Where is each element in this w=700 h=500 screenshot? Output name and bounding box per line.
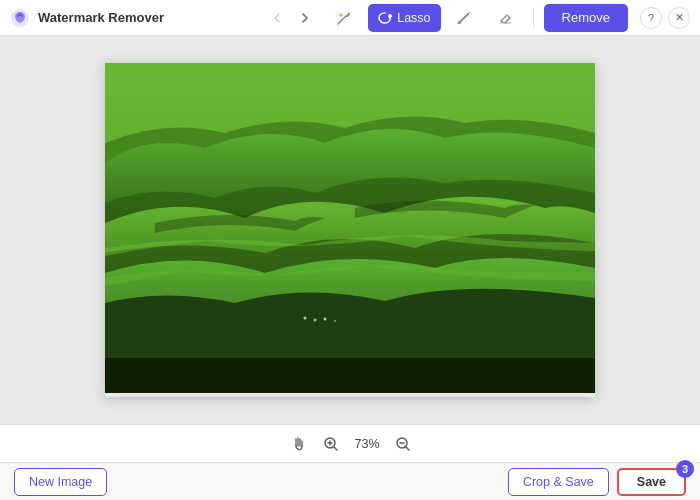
svg-rect-5 — [105, 358, 595, 393]
magic-tool-button[interactable] — [326, 4, 362, 32]
lasso-label: Lasso — [397, 11, 430, 25]
help-button[interactable]: ? — [640, 7, 662, 29]
svg-point-1 — [389, 14, 392, 17]
tools-row: Lasso Remove ? ✕ — [326, 0, 690, 36]
svg-line-13 — [334, 446, 338, 450]
svg-point-8 — [324, 318, 327, 321]
new-image-button[interactable]: New Image — [14, 468, 107, 496]
nav-buttons — [264, 5, 318, 31]
svg-point-7 — [314, 319, 317, 322]
divider — [533, 8, 534, 28]
zoom-level: 73% — [349, 437, 385, 451]
app-logo — [10, 8, 30, 28]
zoom-in-button[interactable] — [319, 432, 343, 456]
right-actions: Crop & Save 3 Save — [508, 468, 686, 496]
canvas-area — [0, 36, 700, 424]
status-bar: 73% — [0, 424, 700, 462]
save-button-wrapper: 3 Save — [617, 468, 686, 496]
brush-tool-button[interactable] — [447, 4, 482, 32]
back-button[interactable] — [264, 5, 290, 31]
action-bar: New Image Crop & Save 3 Save — [0, 462, 700, 500]
hand-tool-button[interactable] — [285, 430, 313, 458]
image-frame — [105, 63, 595, 397]
notification-badge: 3 — [676, 460, 694, 478]
zoom-out-button[interactable] — [391, 432, 415, 456]
lasso-tool-button[interactable]: Lasso — [368, 4, 440, 32]
forward-button[interactable] — [292, 5, 318, 31]
app-title: Watermark Remover — [38, 10, 256, 25]
eraser-tool-button[interactable] — [488, 4, 523, 32]
crop-save-button[interactable]: Crop & Save — [508, 468, 609, 496]
svg-point-9 — [334, 320, 336, 322]
landscape-image — [105, 63, 595, 393]
title-bar: Watermark Remover Lasso — [0, 0, 700, 36]
remove-button[interactable]: Remove — [544, 4, 628, 32]
zoom-controls: 73% — [285, 430, 415, 458]
svg-point-6 — [304, 317, 307, 320]
close-button[interactable]: ✕ — [668, 7, 690, 29]
svg-line-16 — [406, 446, 410, 450]
